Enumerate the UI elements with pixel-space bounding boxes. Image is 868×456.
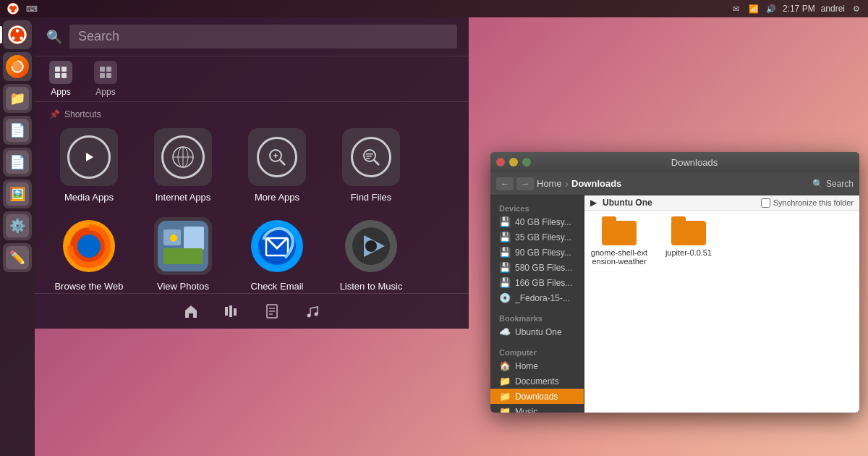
top-bar-right: ✉ 📶 🔊 2:17 PM andrei ⚙ <box>731 3 862 14</box>
launcher-item-edit[interactable]: ✏️ <box>3 243 32 272</box>
section-title: 📌 Shortcuts <box>49 109 454 119</box>
nav-home[interactable] <box>179 300 203 323</box>
ibus-icon[interactable]: ⌨ <box>26 3 38 14</box>
fm-toolbar: ← → Home › Downloads 🔍 Search <box>490 172 859 195</box>
media-apps-label: Media Apps <box>64 192 114 203</box>
launcher-item-mail[interactable]: 📄 <box>3 148 32 177</box>
svg-rect-15 <box>100 73 105 78</box>
sidebar-device-5[interactable]: 💿 _Fedora-15-... <box>490 290 584 305</box>
username[interactable]: andrei <box>821 4 845 14</box>
fm-maximize-button[interactable] <box>522 158 531 166</box>
nav-music[interactable] <box>301 300 324 323</box>
launcher-item-files[interactable]: 📁 <box>3 84 32 113</box>
fm-minimize-button[interactable] <box>509 158 518 166</box>
svg-point-53 <box>307 314 311 318</box>
sidebar-computer-documents[interactable]: 📁 Documents <box>490 373 584 389</box>
lens-label-apps-1: Apps <box>51 87 70 97</box>
fm-search-label: Search <box>826 179 854 189</box>
svg-rect-16 <box>106 73 111 78</box>
file-item-0[interactable]: gnome-shell-extension-weather <box>590 216 648 266</box>
sound-icon[interactable]: 🔊 <box>765 3 777 14</box>
svg-point-2 <box>14 9 17 12</box>
ubuntu-one-triangle: ▶ <box>590 198 597 208</box>
sidebar-computer-home[interactable]: 🏠 Home <box>490 358 584 373</box>
svg-line-23 <box>280 160 285 165</box>
sidebar-device-2[interactable]: 💾 90 GB Filesy... <box>490 245 584 260</box>
sync-checkbox-area[interactable]: Synchronize this folder <box>761 198 854 208</box>
file-item-1[interactable]: jupiter-0.0.51 <box>660 216 718 266</box>
fm-search-area[interactable]: 🔍 Search <box>812 179 854 189</box>
device-icon-0: 💾 <box>499 216 511 227</box>
app-find-files[interactable]: Find Files <box>331 128 411 203</box>
lens-item-apps-2[interactable]: Apps <box>94 61 117 97</box>
sidebar-computer-music[interactable]: 📁 Music <box>490 404 584 413</box>
fm-back-button[interactable]: ← <box>496 177 514 190</box>
dash-content: 📌 Shortcuts Media Apps Int <box>35 102 469 293</box>
fm-breadcrumb: Home › Downloads <box>537 177 809 190</box>
apps-lens-icon-2 <box>94 61 117 84</box>
sidebar-device-4[interactable]: 💾 166 GB Files... <box>490 275 584 290</box>
fm-close-button[interactable] <box>496 158 505 166</box>
ubuntu-one-label[interactable]: Ubuntu One <box>603 198 652 208</box>
more-apps-label: More Apps <box>255 192 299 203</box>
device-icon-4: 💾 <box>499 277 511 288</box>
network-icon[interactable]: 📶 <box>748 3 760 14</box>
top-bar-left: ⌨ <box>6 1 38 16</box>
svg-rect-46 <box>225 307 228 316</box>
launcher-item-home[interactable] <box>3 20 32 49</box>
nav-docs[interactable] <box>260 300 284 323</box>
app-check-email[interactable]: Check Email <box>237 217 317 292</box>
dash-search-bar: 🔍 <box>35 17 469 56</box>
sidebar-computer-heading: Computer <box>490 345 584 358</box>
shortcuts-icon: 📌 <box>49 109 60 119</box>
launcher: 📁 📄 📄 🖼️ ⚙️ ✏️ <box>0 17 35 456</box>
app-more-apps[interactable]: More Apps <box>237 128 317 203</box>
launcher-item-docs[interactable]: 📄 <box>3 116 32 145</box>
sidebar-device-3[interactable]: 💾 580 GB Files... <box>490 260 584 275</box>
sidebar-computer-section: Computer 🏠 Home 📁 Documents 📁 Downloads … <box>490 342 584 413</box>
fm-forward-button[interactable]: → <box>516 177 534 190</box>
svg-line-27 <box>374 160 379 165</box>
app-listen-music[interactable]: Listen to Music <box>331 217 411 292</box>
sidebar-bookmarks-heading: Bookmarks <box>490 311 584 324</box>
gear-icon[interactable]: ⚙ <box>851 3 862 14</box>
app-internet-apps[interactable]: Internet Apps <box>143 128 223 203</box>
launcher-item-settings[interactable]: ⚙️ <box>3 211 32 240</box>
check-email-icon <box>248 217 306 275</box>
sidebar-device-0[interactable]: 💾 40 GB Filesy... <box>490 214 584 229</box>
device-icon-2: 💾 <box>499 247 511 258</box>
sidebar-computer-downloads[interactable]: 📁 Downloads <box>490 389 584 404</box>
file-manager-window: Downloads ← → Home › Downloads 🔍 Search … <box>490 152 859 413</box>
svg-rect-28 <box>366 153 373 155</box>
svg-point-38 <box>170 235 177 242</box>
fm-titlebar: Downloads <box>490 152 859 172</box>
launcher-item-firefox[interactable] <box>3 52 32 81</box>
sidebar-device-1[interactable]: 💾 35 GB Filesy... <box>490 229 584 245</box>
app-browse-web[interactable]: Browse the Web <box>49 217 129 292</box>
internet-apps-label: Internet Apps <box>156 192 211 203</box>
downloads-icon: 📁 <box>499 391 511 402</box>
fm-files-area: gnome-shell-extension-weather jupiter-0.… <box>584 211 859 271</box>
lens-item-apps-1[interactable]: Apps <box>49 61 72 97</box>
app-media-apps[interactable]: Media Apps <box>49 128 129 203</box>
app-view-photos[interactable]: View Photos <box>143 217 223 292</box>
ubuntu-menu-icon[interactable] <box>6 1 20 16</box>
mail-icon[interactable]: ✉ <box>731 3 742 14</box>
search-input[interactable] <box>69 25 457 48</box>
find-files-label: Find Files <box>351 192 391 203</box>
breadcrumb-current[interactable]: Downloads <box>571 178 621 189</box>
sync-checkbox[interactable] <box>761 198 770 208</box>
ubuntu-one-icon: ☁️ <box>499 326 511 337</box>
breadcrumb-home[interactable]: Home <box>537 178 562 189</box>
svg-rect-29 <box>366 156 372 157</box>
launcher-item-photos[interactable]: 🖼️ <box>3 180 32 208</box>
sidebar-bookmark-ubuntuone[interactable]: ☁️ Ubuntu One <box>490 324 584 339</box>
svg-point-1 <box>12 4 14 7</box>
dash-overlay: 🔍 Apps Apps 📌 Shortcuts <box>35 17 469 329</box>
listen-music-icon <box>342 217 400 275</box>
svg-point-5 <box>16 29 19 32</box>
svg-rect-30 <box>366 158 370 159</box>
apps-grid: Media Apps Internet Apps More Apps <box>49 128 454 292</box>
nav-apps[interactable] <box>220 300 243 323</box>
svg-point-45 <box>365 240 377 252</box>
